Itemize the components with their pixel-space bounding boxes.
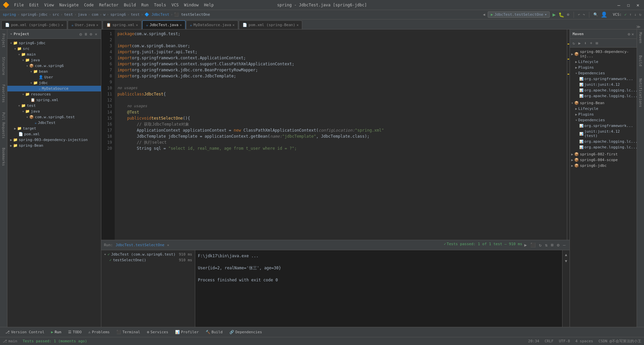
run-tab-close[interactable]: ✕ [167, 243, 169, 247]
breadcrumb-jdbctest[interactable]: 🔷 JdbcTest [145, 12, 169, 17]
line-ending[interactable]: CRLF [545, 339, 554, 343]
line-col[interactable]: 20:34 [528, 339, 539, 343]
tree-spring-bean[interactable]: ▶ 📁 spring-Bean [7, 143, 101, 148]
breadcrumb-java[interactable]: java [78, 12, 87, 17]
minimize-button[interactable]: — [615, 2, 622, 8]
maven-lifecycle-btn[interactable]: + [589, 40, 594, 46]
run-filter-btn[interactable]: ⊞ [550, 242, 555, 248]
close-button[interactable]: ✕ [635, 2, 641, 8]
breadcrumb-test2[interactable]: test [131, 12, 140, 17]
side-project-icon[interactable]: Project [1, 32, 6, 49]
tree-java-test[interactable]: ▾ 📁 java [7, 109, 101, 114]
maven-spring6-002[interactable]: ▶ 📦 spring6-002-first [570, 151, 637, 157]
menu-run[interactable]: Run [139, 2, 151, 8]
run-rerun-btn[interactable]: ↻ [538, 242, 543, 248]
run-up-btn[interactable]: ▲ [564, 252, 568, 258]
version-control-btn[interactable]: ⎇ Version Control [3, 329, 47, 335]
tab-close[interactable]: ✕ [180, 23, 182, 27]
breadcrumb-src[interactable]: src [52, 12, 59, 17]
run-minimize-btn[interactable]: — [561, 242, 567, 248]
menu-tools[interactable]: Tools [152, 2, 168, 8]
tree-com-w-spring6[interactable]: ▾ 📦 com.w.spring6 [7, 63, 101, 69]
vcs-down[interactable]: ↓ [634, 12, 637, 17]
breadcrumb-spring6[interactable]: spring6 [110, 12, 126, 17]
menu-file[interactable]: File [12, 2, 26, 8]
maven-bean-lifecycle[interactable]: ▶ Lifecycle [570, 106, 637, 112]
menu-vcs[interactable]: VCS [169, 2, 181, 8]
collapse-button[interactable]: ≡ [84, 31, 88, 37]
run-tab[interactable]: JdbcTest.testSelectOne [116, 243, 165, 247]
vcs-refresh[interactable]: ↻ [639, 12, 641, 17]
maven-bean-dep-junit[interactable]: 📊 junit:junit:4.12 (test) [570, 129, 637, 139]
maven-spring6-004[interactable]: ▶ 📦 spring6-004-scope [570, 157, 637, 163]
locate-button[interactable]: ◎ [78, 31, 83, 37]
terminal-btn[interactable]: ⬛ Terminal [114, 329, 143, 335]
run-settings-btn[interactable]: ⚙ [555, 242, 561, 248]
breadcrumb-w[interactable]: w [103, 12, 106, 17]
menu-code[interactable]: Code [82, 2, 96, 8]
breadcrumb-spring6-jdbc[interactable]: spring6-jdbc [21, 12, 47, 17]
dependencies-btn[interactable]: 🔗 Dependencies [227, 329, 265, 335]
build-btn[interactable]: 🔨 Build [203, 329, 225, 335]
tree-spring6-jdbc[interactable]: ▾ 📁 spring6-jdbc [7, 40, 101, 46]
maven-bean-plugins[interactable]: ▶ Plugins [570, 112, 637, 117]
tab-pom-spring6-jdbc[interactable]: 📄 pom.xml (spring6-jdbc) ✕ [1, 20, 67, 29]
coverage-button[interactable]: ⊕ [567, 12, 570, 17]
run-sort-btn[interactable]: ⇅ [544, 242, 549, 248]
tab-close[interactable]: ✕ [61, 23, 63, 27]
tree-java[interactable]: ▾ 📁 java [7, 57, 101, 63]
maven-download-btn[interactable]: ⬇ [583, 40, 588, 46]
menu-refactor[interactable]: Refactor [97, 2, 120, 8]
breadcrumb-method[interactable]: ⬛ testSelectOne [174, 12, 210, 17]
side-structure-icon[interactable]: Structure [1, 56, 6, 76]
side-favorites-icon[interactable]: Favorites [1, 83, 6, 104]
tree-bean[interactable]: ▾ 📁 bean [7, 69, 101, 74]
todo-btn[interactable]: ☰ TODO [65, 329, 85, 335]
more-tabs[interactable]: ≫ [634, 24, 643, 29]
tree-com-w-spring6-test[interactable]: ▾ 📦 com.w.spring6.test [7, 114, 101, 120]
encoding[interactable]: UTF-8 [559, 339, 570, 343]
tab-close[interactable]: ✕ [297, 23, 299, 27]
problems-btn[interactable]: ⚠ Problems [86, 329, 112, 335]
maven-dep-logging2[interactable]: 📊 org.apache.logging.lc... [570, 93, 637, 99]
services-btn[interactable]: ⚙ Services [144, 329, 171, 335]
profiler-btn[interactable]: 📊 Profiler [172, 329, 202, 335]
maven-refresh-btn[interactable]: ↻ [571, 40, 576, 46]
side-bookmarks-icon[interactable]: Bookmarks [1, 146, 6, 167]
tree-src[interactable]: ▾ 📁 src [7, 46, 101, 52]
tree-spring-xml[interactable]: 📋 spring.xml [7, 97, 101, 103]
maven-execute-btn[interactable]: ▶ [577, 40, 582, 46]
navigation-back[interactable]: ◀ [483, 12, 485, 17]
run-config-dropdown[interactable]: ▶ JdbcTest.testSelectOne ▾ [488, 11, 550, 18]
close-panel-button[interactable]: ✕ [94, 31, 98, 37]
project-dropdown-arrow[interactable]: ▾ [10, 32, 12, 36]
maven-dep-junit[interactable]: 📊 junit:junit:4.12 [570, 82, 637, 87]
tree-main[interactable]: ▾ 📁 main [7, 52, 101, 57]
maven-bean-dep-spring[interactable]: 📊 org.springframework... [570, 123, 637, 129]
tab-close[interactable]: ✕ [96, 23, 98, 27]
menu-edit[interactable]: Edit [27, 2, 41, 8]
tab-jdbctest-java[interactable]: ☕ JdbcTest.java ✕ [142, 20, 185, 29]
maven-settings-btn[interactable]: ⚙ [628, 32, 630, 37]
tab-user-java[interactable]: ☕ User.java ✕ [68, 20, 102, 29]
maven-bean-dep-logging2[interactable]: 📊 org.apache.logging.lc... [570, 144, 637, 150]
side-tab-notifications[interactable]: Notifications [637, 76, 644, 110]
menu-help[interactable]: Help [202, 2, 216, 8]
menu-view[interactable]: View [42, 2, 56, 8]
side-tab-build[interactable]: Build [637, 53, 644, 69]
breadcrumb-spring[interactable]: spring [3, 12, 16, 17]
tree-user[interactable]: 👤 User [7, 74, 101, 80]
maven-dep-logging1[interactable]: 📊 org.apache.logging.lc... [570, 87, 637, 93]
maven-spring6-jdbc[interactable]: ▶ 📦 spring6-jdbc [570, 163, 637, 168]
tab-pom-spring-bean[interactable]: 📄 pom.xml (spring-Bean) ✕ [239, 20, 302, 29]
undo-button[interactable]: ↶ [578, 12, 580, 17]
run-again-btn[interactable]: ▶ [523, 242, 528, 248]
git-branch[interactable]: ⎇ main [3, 339, 17, 343]
maven-expand-btn[interactable]: ⊞ [594, 40, 599, 46]
tab-close[interactable]: ✕ [136, 23, 138, 27]
test-select-one-method[interactable]: ✓ testSelectOne() 910 ms [101, 257, 195, 263]
search-button[interactable]: 🔍 [593, 12, 598, 17]
side-tab-maven[interactable]: Maven [637, 29, 644, 46]
tab-spring-xml[interactable]: 📋 spring.xml ✕ [103, 20, 142, 29]
menu-window[interactable]: Window [182, 2, 201, 8]
